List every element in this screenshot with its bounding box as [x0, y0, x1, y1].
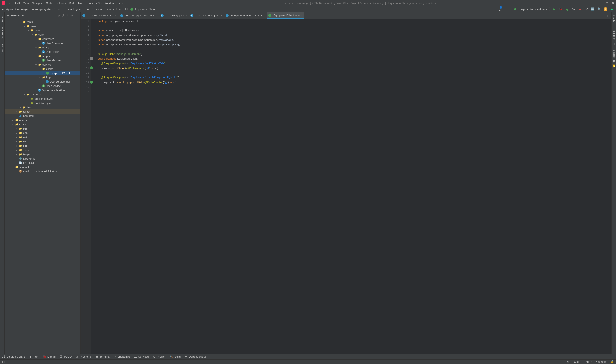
tree-item-com[interactable]: ▾📁com [5, 28, 80, 32]
editor-body[interactable]: 12345678910111213141516 package com.yuan… [80, 19, 611, 354]
project-tree[interactable]: ▾📁main▾📁java▾📁com▾📁yuan▾📁controllerCUser… [5, 19, 80, 354]
tree-item-sentinel-dashboard-1.8.6.jar[interactable]: 📦sentinel-dashboard-1.8.6.jar [5, 169, 80, 173]
tree-item-userservice[interactable]: IUserService [5, 84, 80, 88]
tree-item-usermapper[interactable]: IUserMapper [5, 58, 80, 62]
tab-close-icon[interactable]: × [155, 14, 157, 17]
tree-item-license[interactable]: 📄LICENSE [5, 161, 80, 165]
menu-refactor[interactable]: Refactor [55, 1, 66, 5]
tree-item-bin[interactable]: ▸📁bin [5, 127, 80, 131]
collapse-icon[interactable]: ⇊ [67, 14, 69, 17]
menu-help[interactable]: Help [117, 1, 123, 5]
git-button[interactable]: ⎇ [584, 7, 588, 11]
tab-equipmentclient[interactable]: IEquipmentClient.java× [267, 13, 304, 19]
bottom-debug[interactable]: 🐞Debug [43, 355, 55, 358]
tab-systemapplication[interactable]: CSystemApplication.java× [118, 13, 159, 19]
tree-item-yuan[interactable]: ▾📁yuan [5, 32, 80, 37]
expand-icon[interactable]: ⇵ [62, 14, 64, 17]
dropdown-icon[interactable]: ▾ [22, 14, 24, 17]
translate-icon[interactable]: 🔤 [591, 7, 595, 11]
tree-item-bootstrap.yml[interactable]: ⬢bootstrap.yml [5, 101, 80, 105]
indent[interactable]: 4 spaces [596, 360, 607, 363]
cursor-position[interactable]: 16:1 [565, 360, 570, 363]
bottom-run[interactable]: ▶Run [30, 355, 39, 358]
bottom-profiler[interactable]: ⊙Profiler [153, 355, 165, 358]
breadcrumb-item[interactable]: com [86, 7, 91, 11]
menu-window[interactable]: Window [105, 1, 114, 5]
run-button[interactable]: ▶ [552, 7, 556, 11]
breadcrumb-item[interactable]: EquipmentClient [135, 7, 155, 11]
breadcrumb-item[interactable]: service [106, 7, 115, 11]
tree-item-systemapplication[interactable]: CSystemApplication [5, 88, 80, 92]
tool-notifications[interactable]: 🔔 Notifications [612, 50, 616, 67]
bottom-todo[interactable]: ☑TODO [60, 355, 72, 358]
tool-database[interactable]: 🗄 Database [612, 30, 615, 45]
settings-icon[interactable]: ✱ [71, 14, 73, 17]
hide-icon[interactable]: — [75, 14, 78, 17]
minimize-button[interactable]: — [599, 1, 602, 5]
tree-item-resources[interactable]: ▾📁resources [5, 92, 80, 97]
inspection-ok-icon[interactable]: ✓ [607, 20, 609, 23]
tabs-more-icon[interactable]: ⋮ [604, 14, 611, 17]
tree-item-usercontroller[interactable]: CUserController [5, 41, 80, 45]
readonly-icon[interactable]: 🔓 [610, 360, 614, 363]
tree-item-dockerfile[interactable]: 🐳Dockerfile [5, 156, 80, 161]
tool-bookmarks[interactable]: Bookmarks [1, 27, 4, 39]
tree-item-mapper[interactable]: ▾📁mapper [5, 54, 80, 58]
tree-item-controller[interactable]: ▾📁controller [5, 37, 80, 41]
bottom-services[interactable]: ☁Services [134, 355, 149, 358]
encoding[interactable]: UTF-8 [585, 360, 592, 363]
line-separator[interactable]: CRLF [574, 360, 581, 363]
menu-tools[interactable]: Tools [86, 1, 93, 5]
status-icon[interactable]: ▢ [2, 360, 5, 363]
menu-code[interactable]: Code [46, 1, 53, 5]
tree-item-pom.xml[interactable]: mpom.xml [5, 114, 80, 118]
bottom-problems[interactable]: ⚠Problems [76, 355, 92, 358]
coverage-button[interactable]: ▶̲ [565, 7, 569, 11]
search-icon[interactable]: 🔍 [597, 7, 601, 11]
debug-button[interactable]: 🐞 [559, 7, 562, 11]
tree-item-lib[interactable]: ▸📁lib [5, 139, 80, 143]
breadcrumb-item[interactable]: main [66, 7, 72, 11]
tab-close-icon[interactable]: × [221, 14, 222, 17]
tree-item-target[interactable]: ▸📁target [5, 109, 80, 114]
tree-item-nacos[interactable]: ▸📁nacos [5, 118, 80, 122]
breadcrumb-item[interactable]: yuan [95, 7, 102, 11]
tree-item-service[interactable]: ▾📁service [5, 62, 80, 67]
tree-item-ext[interactable]: ▸📁ext [5, 135, 80, 139]
tree-item-sentinel[interactable]: ▾📁sentinel [5, 165, 80, 169]
tree-item-seata[interactable]: ▾📁seata [5, 122, 80, 127]
code-content[interactable]: package com.yuan.service.client;import c… [91, 19, 611, 354]
bottom-build[interactable]: 🔨Build [170, 355, 181, 358]
ide-icon[interactable]: ▶ [610, 7, 614, 11]
tab-usercontroller[interactable]: CUserController.java× [189, 13, 224, 19]
tree-item-entity[interactable]: ▾📁entity [5, 45, 80, 50]
menu-file[interactable]: File [8, 1, 12, 5]
maximize-button[interactable]: ▢ [605, 1, 608, 5]
bottom-terminal[interactable]: ▣Terminal [96, 355, 110, 358]
tree-item-userentity[interactable]: CUserEntity [5, 50, 80, 54]
tree-item-conf[interactable]: ▸📁conf [5, 131, 80, 135]
stop-button[interactable]: ■ [578, 7, 582, 11]
tree-item-logs[interactable]: ▸📁logs [5, 143, 80, 148]
profiler-button[interactable]: ⊙▾ [572, 7, 576, 11]
tree-item-target[interactable]: ▸📁target [5, 152, 80, 156]
breadcrumb-item[interactable]: java [76, 7, 81, 11]
tab-equipmentcontroller[interactable]: CEquipmentController.java× [224, 13, 267, 19]
breadcrumb-item[interactable]: client [120, 7, 126, 11]
breadcrumb-item[interactable]: src [57, 7, 61, 11]
tab-close-icon[interactable]: × [115, 14, 117, 17]
bottom-dependencies[interactable]: ❖Dependencies [185, 355, 206, 358]
tab-close-icon[interactable]: × [185, 14, 187, 17]
select-opened-icon[interactable]: ⊙ [57, 14, 60, 17]
close-button[interactable]: ✕ [612, 1, 614, 5]
menu-build[interactable]: Build [69, 1, 75, 5]
breadcrumb-item[interactable]: manage-system [32, 7, 53, 11]
tool-project[interactable]: Project [1, 14, 4, 22]
breadcrumb-item[interactable]: equipment-manage [2, 7, 27, 11]
tab-close-icon[interactable]: × [301, 14, 303, 17]
menu-edit[interactable]: Edit [15, 1, 20, 5]
menu-view[interactable]: View [23, 1, 29, 5]
tool-maven[interactable]: m Maven [612, 14, 615, 26]
tree-item-test[interactable]: ▸📁test [5, 105, 80, 109]
bottom-endpoints[interactable]: ⟐Endpoints [114, 355, 130, 358]
